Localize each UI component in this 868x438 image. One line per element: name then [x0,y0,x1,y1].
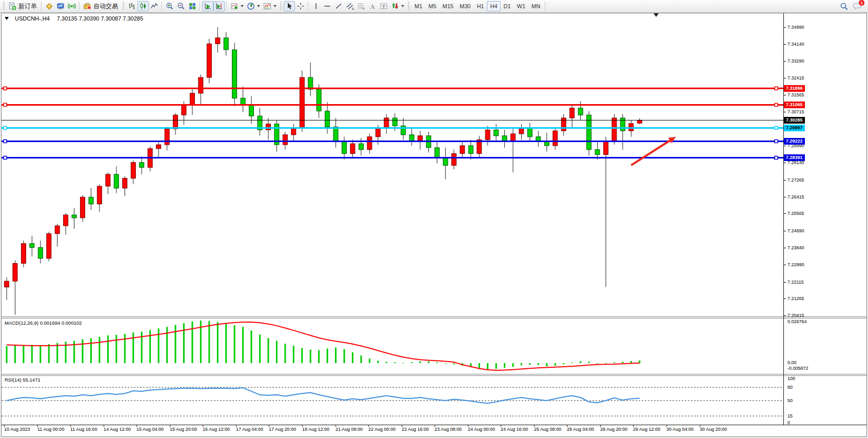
indicators-button[interactable] [229,1,245,11]
zoom-in-button[interactable] [164,1,175,11]
price-tick [783,248,786,248]
chart-shift-icon [215,2,223,10]
price-tick [783,315,786,316]
templates-button[interactable] [262,1,278,11]
fibonacci-button[interactable]: F [356,1,367,11]
vertical-line-icon [312,2,320,10]
time-tick-label: 11 Aug 00:00 [37,427,64,432]
horizontal-line-button[interactable] [322,1,333,11]
candlestick-chart-button[interactable] [137,1,149,11]
templates-icon [263,2,271,10]
time-tick-label: 14 Aug 12:00 [104,427,131,432]
time-tick-label: 15 Aug 04:00 [136,427,164,432]
price-tag: 7.29222 [784,138,805,145]
macd-scale-max: 0.026764 [787,319,807,324]
horizontal-line-icon [323,2,331,10]
tab-timeframe-m1[interactable]: M1 [411,1,425,11]
price-tick [783,282,786,283]
auto-trading-button[interactable]: 自动交易 [82,1,121,11]
new-order-label: 新订单 [17,2,38,11]
price-tick-label: 7.30715 [787,109,804,114]
equidistant-channel-icon: E [346,2,354,10]
auto-scroll-button[interactable] [202,1,213,11]
line-chart-button[interactable] [149,1,160,11]
rsi-level-label: 50 [787,398,793,403]
price-tick [783,231,786,231]
time-tick-label: 23 Aug 08:00 [435,427,462,432]
bar-chart-button[interactable] [126,1,137,11]
signal-button[interactable] [66,1,77,11]
mt4-window: 新订单 自动交易 [0,0,868,438]
toolbar-grip[interactable] [3,2,5,11]
tab-timeframe-m5[interactable]: M5 [425,1,439,11]
chart-ohlc-values: 7.30135 7.30390 7.30087 7.30285 [57,15,143,22]
time-tick-label: 22 Aug 00:00 [368,427,396,432]
time-tick-label: 28 Aug 04:00 [567,427,594,432]
tab-timeframe-d1[interactable]: D1 [501,1,514,11]
notification-badge: 1 [858,0,865,6]
equidistant-channel-button[interactable]: E [344,1,356,11]
rsi-level-label: 0 [787,420,790,425]
tile-windows-button[interactable] [187,1,198,11]
time-tick-label: 30 Aug 04:00 [666,427,694,432]
charts-button[interactable] [44,1,55,11]
text-label-button[interactable]: T [378,1,389,11]
timeframe-bar: M1M5M15M30H1H4D1W1MN [411,1,543,11]
price-tag: 7.30285 [784,117,805,124]
zoom-out-button[interactable] [175,1,187,11]
rsi-level-label: 15 [787,413,793,419]
cursor-button[interactable] [284,1,295,11]
time-tick-label: 16 Aug 12:00 [203,427,230,432]
chart-shift-button[interactable] [213,1,225,11]
signal-icon [68,2,76,10]
price-tick-label: 7.33290 [787,58,804,64]
candlestick-chart-icon [139,2,147,10]
tab-timeframe-m15[interactable]: M15 [440,1,457,11]
search-icon[interactable] [840,2,849,11]
trendline-button[interactable] [333,1,344,11]
svg-text:T: T [382,4,385,9]
price-tag: 7.31065 [784,102,805,108]
tab-timeframe-h1[interactable]: H1 [474,1,487,11]
periods-button[interactable] [245,1,262,11]
price-tick [783,265,786,265]
tab-timeframe-w1[interactable]: W1 [514,1,529,11]
price-tick [783,27,786,28]
crosshair-button[interactable] [295,1,306,11]
rsi-level-label: 80 [787,385,793,390]
chart-shift-marker[interactable] [654,13,659,17]
rsi-panel[interactable] [2,375,783,425]
tab-timeframe-mn[interactable]: MN [528,1,543,11]
tab-timeframe-h4[interactable]: H4 [487,1,500,11]
price-tick-label: 7.21265 [787,296,804,301]
zoom-out-icon [177,2,185,10]
time-tick-label: 24 Aug 16:00 [501,427,528,432]
time-tick-label: 25 Aug 08:00 [534,427,561,432]
macd-panel[interactable] [2,318,783,374]
price-tick [783,61,786,62]
time-tick-label: 11 Aug 16:00 [70,427,97,432]
time-tick-label: 21 Aug 08:00 [336,427,363,432]
new-order-button[interactable]: 新订单 [7,1,40,11]
toolbar-grip[interactable] [123,2,124,11]
symbol-dropdown-icon[interactable] [5,17,9,20]
market-watch-button[interactable] [55,1,66,11]
fibonacci-icon: F [357,2,365,10]
price-tick-label: 7.22990 [787,262,804,267]
rsi-label: RSI(14) 55.1471 [5,377,41,383]
time-tick-label: 10 Aug 2023 [4,427,30,432]
chart-symbol-label: USDCNH-,H4 [15,15,50,22]
notifications-button[interactable]: 1 [853,2,862,10]
price-tick-label: 7.34140 [787,42,804,47]
time-tick-label: 17 Aug 20:00 [269,427,296,432]
arrows-button[interactable] [389,1,406,11]
candlestick-series [2,13,783,316]
text-button[interactable]: A [367,1,378,11]
price-tag: 7.31896 [784,85,805,92]
time-tick-label: 17 Aug 04:00 [236,427,263,432]
toolbar-grip[interactable] [408,2,409,11]
toolbar-grip[interactable] [280,2,282,11]
vertical-line-button[interactable] [310,1,322,11]
tab-timeframe-m30[interactable]: M30 [457,1,474,11]
main-chart[interactable] [2,13,783,316]
